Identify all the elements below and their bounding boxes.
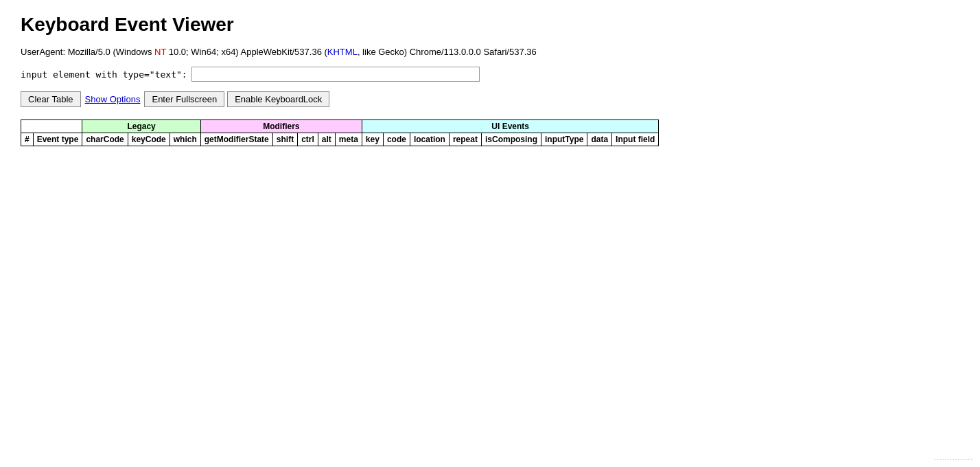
col-header-ctrl: ctrl (298, 133, 318, 146)
input-label: input element with type="text": (21, 69, 187, 80)
col-header-meta: meta (335, 133, 362, 146)
text-input[interactable] (191, 67, 480, 82)
col-header-alt: alt (318, 133, 335, 146)
col-header-which: which (170, 133, 200, 146)
col-header-inputtype: inputType (541, 133, 587, 146)
col-header-key: key (362, 133, 383, 146)
input-row: input element with type="text": (21, 67, 959, 82)
show-options-button[interactable]: Show Options (84, 92, 142, 106)
col-header-iscomposing: isComposing (481, 133, 541, 146)
user-agent-middle: 10.0; Win64; x64) AppleWebKit/537.36 ( (166, 47, 327, 57)
event-table: Legacy Modifiers UI Events # Event type … (21, 119, 659, 146)
col-header-shift: shift (272, 133, 297, 146)
user-agent-info: UserAgent: Mozilla/5.0 (Windows NT 10.0;… (21, 47, 959, 57)
col-header-repeat: repeat (449, 133, 481, 146)
col-header-code: code (383, 133, 410, 146)
col-header-charcode: charCode (82, 133, 128, 146)
enable-keyboard-lock-button[interactable]: Enable KeyboardLock (227, 91, 329, 107)
nt-text: NT (154, 47, 166, 57)
user-agent-suffix: , like Gecko) Chrome/113.0.0.0 Safari/53… (358, 47, 537, 57)
empty-group-header (21, 120, 82, 133)
col-header-location: location (410, 133, 449, 146)
legacy-group-header: Legacy (82, 120, 200, 133)
col-header-keycode: keyCode (128, 133, 170, 146)
ui-events-group-header: UI Events (362, 120, 659, 133)
col-header-data: data (587, 133, 612, 146)
col-header-getmodifierstate: getModifierState (200, 133, 272, 146)
modifiers-group-header: Modifiers (200, 120, 362, 133)
clear-table-button[interactable]: Clear Table (21, 91, 81, 107)
col-header-event-type: Event type (33, 133, 82, 146)
enter-fullscreen-button[interactable]: Enter Fullscreen (144, 91, 224, 107)
user-agent-prefix: UserAgent: Mozilla/5.0 (Windows (21, 47, 154, 57)
col-header-num: # (21, 133, 34, 146)
col-header-input-field: Input field (612, 133, 659, 146)
page-title: Keyboard Event Viewer (21, 14, 959, 36)
khtml-text: KHTML (327, 47, 358, 57)
button-row: Clear Table Show Options Enter Fullscree… (21, 91, 959, 107)
